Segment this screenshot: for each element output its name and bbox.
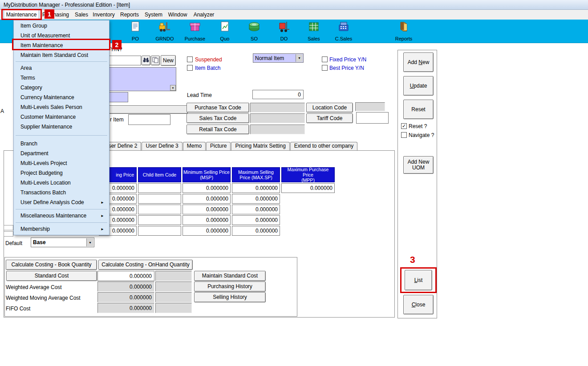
partial-grid-cell <box>4 231 13 237</box>
tab-memo[interactable]: Memo <box>183 142 206 150</box>
menu-item-item-group[interactable]: Item Group <box>14 21 109 31</box>
grid-cell-maxsp[interactable]: 0.000000 <box>232 226 280 236</box>
grid-cell-maxsp[interactable]: 0.000000 <box>232 215 280 225</box>
grid-cell-maxsp[interactable]: 0.000000 <box>232 194 280 204</box>
sales-tax-code-button[interactable]: Sales Tax Code <box>187 113 249 123</box>
purchase-tax-code-button[interactable]: Purchase Tax Code <box>187 103 249 113</box>
toolbar-button-quotation[interactable]: Quo <box>211 20 239 43</box>
grid-cell-maxsp[interactable]: 0.000000 <box>232 183 280 193</box>
combo-down-arrow-icon[interactable]: ▼ <box>296 54 303 62</box>
grid-cell-msp[interactable]: 0.000000 <box>182 205 231 214</box>
toolbar-button-delivery-order[interactable]: DO <box>270 20 298 43</box>
toolbar-button-sales[interactable]: Sales <box>300 20 328 43</box>
retail-tax-code-button[interactable]: Retail Tax Code <box>187 125 249 134</box>
fifo-extra-field <box>155 303 192 313</box>
search-button[interactable] <box>142 56 150 65</box>
grid-cell-child-item-code[interactable] <box>138 205 181 214</box>
navigate-checkbox[interactable] <box>401 132 407 138</box>
supplier-item-input[interactable] <box>128 114 170 125</box>
toolbar-button-sales-order[interactable]: SO <box>240 20 268 43</box>
menu-item-user-define-analysis-code[interactable]: User Define Analysis Code ► <box>14 197 109 207</box>
grid-cell-child-item-code[interactable] <box>138 226 181 236</box>
add-new-uom-button[interactable]: Add New UOM <box>403 156 434 174</box>
menu-item-membership[interactable]: Membership ► <box>14 224 109 234</box>
best-price-label: Best Price Y/N <box>329 65 364 71</box>
best-price-checkbox[interactable] <box>322 65 328 71</box>
grid-cell-msp[interactable]: 0.000000 <box>182 183 231 193</box>
grid-cell-child-item-code[interactable] <box>138 183 181 193</box>
reset-button[interactable]: Reset <box>403 100 434 119</box>
grid-cell-msp[interactable]: 0.000000 <box>182 194 231 204</box>
grid-cell-child-item-code[interactable] <box>138 215 181 225</box>
grid-cell-mpp[interactable]: 0.000000 <box>281 183 335 193</box>
menubar-item-window[interactable]: Window <box>166 10 189 20</box>
annotation-box-step2 <box>12 39 110 50</box>
tab-pricing-matrix-setting[interactable]: Pricing Matrix Setting <box>231 142 289 150</box>
tab-picture[interactable]: Picture <box>206 142 231 150</box>
menubar-item-sales[interactable]: Sales <box>73 10 90 20</box>
scroll-down-button[interactable]: ▼ <box>170 85 176 91</box>
copy-button[interactable] <box>151 56 160 65</box>
standard-cost-value[interactable]: 0.000000 <box>97 271 154 281</box>
add-new-button[interactable]: Add New <box>403 52 434 72</box>
toolbar-button-purchase[interactable]: Purchase <box>181 20 209 43</box>
submenu-arrow-icon: ► <box>101 227 104 231</box>
new-button[interactable]: New <box>161 55 176 66</box>
menubar-item-inventory[interactable]: Inventory <box>91 10 117 20</box>
menu-item-multi-levels-location[interactable]: Multi-Levels Location <box>14 178 109 188</box>
maintenance-dropdown-menu: Item Group Unit of Measurement Item Main… <box>13 20 109 235</box>
grid-cell-maxsp[interactable]: 0.000000 <box>232 205 280 214</box>
grid-cell-child-item-code[interactable] <box>138 194 181 204</box>
purchase-tax-code-field <box>250 103 305 113</box>
menu-item-transactions-batch[interactable]: Transactions Batch <box>14 188 109 197</box>
lead-time-input[interactable]: 0 <box>252 90 304 99</box>
menu-item-department[interactable]: Department <box>14 149 109 158</box>
tariff-code-input[interactable] <box>356 112 389 124</box>
fixed-price-checkbox[interactable] <box>322 56 328 62</box>
tab-user-define-3[interactable]: User Define 3 <box>142 142 182 150</box>
standard-cost-button[interactable]: Standard Cost <box>6 271 97 281</box>
item-batch-checkbox[interactable] <box>187 65 193 71</box>
menu-item-miscellaneous-maintenance[interactable]: Miscellaneous Maintenance ► <box>14 211 109 221</box>
suspended-checkbox[interactable] <box>187 56 193 62</box>
maintain-standard-cost-button[interactable]: Maintain Standard Cost <box>194 271 266 281</box>
toolbar-button-grndo[interactable]: GRNDO <box>150 20 179 43</box>
menu-item-maintain-item-standard-cost[interactable]: Maintain Item Standard Cost <box>14 50 109 60</box>
reset-checkbox[interactable]: ✓ <box>401 123 407 129</box>
menu-item-multi-levels-project[interactable]: Multi-Levels Project <box>14 158 109 168</box>
default-uom-combo[interactable]: Base ▼ <box>31 237 94 247</box>
tariff-code-button[interactable]: Tariff Code <box>306 113 353 123</box>
item-type-combo[interactable]: Normal Item ▼ <box>253 53 304 63</box>
toolbar-button-reports[interactable]: Reports <box>389 20 418 43</box>
update-button[interactable]: Update <box>403 76 434 96</box>
menu-item-category[interactable]: Category <box>14 83 109 93</box>
menu-item-area[interactable]: Area <box>14 63 109 73</box>
submenu-arrow-icon: ► <box>101 201 104 205</box>
menu-item-supplier-maintenance[interactable]: Supplier Maintenance <box>14 122 109 132</box>
menu-item-multi-levels-sales-person[interactable]: Multi-Levels Sales Person <box>14 102 109 112</box>
menubar-item-system[interactable]: System <box>143 10 164 20</box>
location-code-button[interactable]: Location Code <box>306 103 353 113</box>
grid-cell-msp[interactable]: 0.000000 <box>182 215 231 225</box>
menu-item-customer-maintenance[interactable]: Customer Maintenance <box>14 112 109 122</box>
toolbar-button-po[interactable]: PO <box>121 20 150 43</box>
purchase-box-icon <box>189 21 201 34</box>
selling-history-button[interactable]: Selling History <box>194 292 266 302</box>
close-button[interactable]: Close <box>403 295 434 314</box>
menu-item-terms[interactable]: Terms <box>14 73 109 83</box>
annotation-box-step3 <box>400 267 437 293</box>
purchasing-history-button[interactable]: Purchasing History <box>194 282 266 292</box>
tab-extend-to-other-company[interactable]: Extend to other company <box>290 142 357 150</box>
toolbar-button-cash-sales[interactable]: C.Sales <box>329 20 358 43</box>
menu-item-currency-maintenance[interactable]: Currency Maintenance <box>14 93 109 102</box>
combo-down-arrow-icon[interactable]: ▼ <box>86 238 93 246</box>
menubar-item-reports[interactable]: Reports <box>118 10 141 20</box>
calc-costing-onhand-qty-button[interactable]: Calculate Costing - OnHand Quantity <box>98 260 193 270</box>
annotation-number-step2: 2 <box>112 40 122 49</box>
menu-item-project-budgeting[interactable]: Project Budgeting <box>14 168 109 178</box>
menubar-item-analyzer[interactable]: Analyzer <box>191 10 216 20</box>
lead-time-label: Lead Time <box>187 92 212 98</box>
grid-cell-msp[interactable]: 0.000000 <box>182 226 231 236</box>
calc-costing-book-qty-button[interactable]: Calculate Costing - Book Quantity <box>6 260 97 270</box>
menu-item-branch[interactable]: Branch <box>14 139 109 149</box>
